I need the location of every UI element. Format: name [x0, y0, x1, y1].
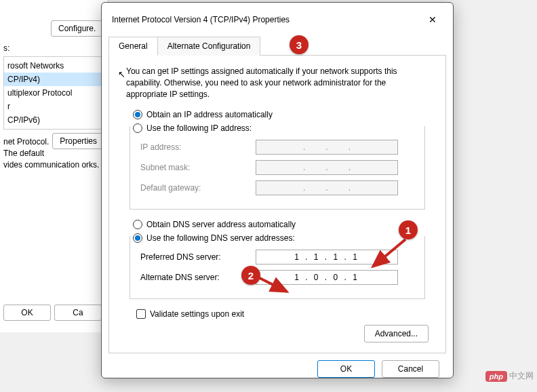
preferred-dns-row: Preferred DNS server: 1 . 1 . 1 . 1: [140, 250, 414, 264]
background-buttons: OK Ca: [0, 305, 102, 321]
network-items-list[interactable]: rosoft Networks CP/IPv4) ultiplexor Prot…: [3, 56, 104, 130]
list-item[interactable]: ultiplexor Protocol: [4, 86, 104, 100]
watermark-badge: php: [485, 371, 507, 382]
description-text: You can get IP settings assigned automat…: [123, 66, 432, 100]
ipv4-properties-dialog: Internet Protocol Version 4 (TCP/IPv4) P…: [101, 2, 454, 378]
radio-icon: [133, 220, 142, 229]
preferred-dns-label: Preferred DNS server:: [140, 252, 256, 262]
radio-icon: [133, 110, 142, 119]
advanced-button[interactable]: Advanced...: [364, 325, 429, 342]
dialog-buttons: OK Cancel: [102, 360, 453, 388]
list-item[interactable]: r: [4, 100, 104, 113]
ip-address-row: IP address: ...: [140, 140, 414, 155]
connections-label: s:: [3, 43, 104, 53]
background-window: Configure. s: rosoft Networks CP/IPv4) u…: [0, 0, 108, 332]
annotation-1: 1: [399, 220, 418, 239]
gateway-input: ...: [256, 180, 398, 195]
list-item[interactable]: CP/IPv4): [4, 73, 104, 86]
titlebar: Internet Protocol Version 4 (TCP/IPv4) P…: [102, 3, 453, 37]
cursor-icon: ↖: [118, 69, 125, 79]
dialog-title: Internet Protocol Version 4 (TCP/IPv4) P…: [112, 15, 290, 24]
subnet-label: Subnet mask:: [140, 163, 256, 172]
bg-cancel-button[interactable]: Ca: [54, 305, 102, 321]
dns-fieldset: Preferred DNS server: 1 . 1 . 1 . 1 Alte…: [130, 236, 425, 299]
tab-content: ↖ You can get IP settings assigned autom…: [108, 55, 446, 353]
close-button[interactable]: ✕: [422, 9, 443, 30]
watermark: php 中文网: [485, 370, 534, 382]
ip-address-label: IP address:: [140, 142, 256, 152]
radio-ip-auto[interactable]: Obtain an IP address automatically: [133, 110, 422, 119]
tab-general[interactable]: General: [108, 37, 158, 56]
checkbox-icon: [136, 309, 146, 319]
validate-checkbox-row[interactable]: Validate settings upon exit: [136, 309, 418, 319]
configure-button[interactable]: Configure.: [51, 20, 103, 37]
cancel-button[interactable]: Cancel: [382, 360, 439, 378]
list-item[interactable]: CP/IPv6): [4, 113, 104, 127]
subnet-row: Subnet mask: ...: [140, 160, 414, 175]
ok-button[interactable]: OK: [317, 360, 375, 378]
ip-fieldset: IP address: ... Subnet mask: ... Default…: [130, 126, 425, 210]
annotation-3: 3: [290, 35, 309, 54]
radio-dns-auto[interactable]: Obtain DNS server address automatically: [133, 220, 422, 229]
subnet-input: ...: [256, 160, 398, 175]
ip-address-input: ...: [256, 140, 398, 155]
validate-label: Validate settings upon exit: [150, 309, 244, 319]
tab-alternate[interactable]: Alternate Configuration: [158, 37, 261, 56]
preferred-dns-input[interactable]: 1 . 1 . 1 . 1: [256, 250, 398, 264]
alternate-dns-label: Alternate DNS server:: [140, 273, 256, 282]
alternate-dns-input[interactable]: 1 . 0 . 0 . 1: [256, 270, 398, 285]
radio-label: Obtain DNS server address automatically: [146, 220, 296, 229]
radio-label: Obtain an IP address automatically: [146, 110, 273, 119]
alternate-dns-row: Alternate DNS server: 1 . 0 . 0 . 1: [140, 270, 414, 285]
properties-button[interactable]: Properties: [52, 133, 104, 149]
list-item[interactable]: rosoft Networks: [4, 59, 104, 73]
tabs: General Alternate Configuration: [108, 37, 446, 56]
gateway-row: Default gateway: ...: [140, 180, 414, 195]
watermark-text: 中文网: [509, 370, 534, 382]
gateway-label: Default gateway:: [140, 183, 256, 193]
annotation-2: 2: [241, 266, 260, 285]
bg-ok-button[interactable]: OK: [3, 305, 51, 321]
